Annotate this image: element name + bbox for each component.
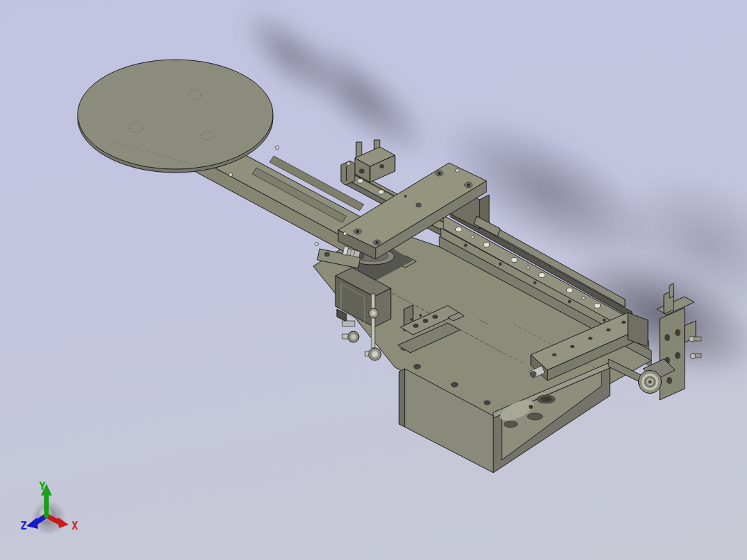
z-axis-label: Z [20,520,26,532]
y-axis-label: Y [39,480,45,493]
axis-triad[interactable]: Y Z X [20,480,78,535]
turntable-disc[interactable] [78,60,273,173]
x-axis-label: X [71,520,78,532]
motor-mount-block[interactable] [341,140,395,185]
cad-viewport[interactable]: { "viewport": { "background_top": "#c2c3… [0,0,747,560]
model-canvas[interactable]: Y Z X [0,0,747,560]
